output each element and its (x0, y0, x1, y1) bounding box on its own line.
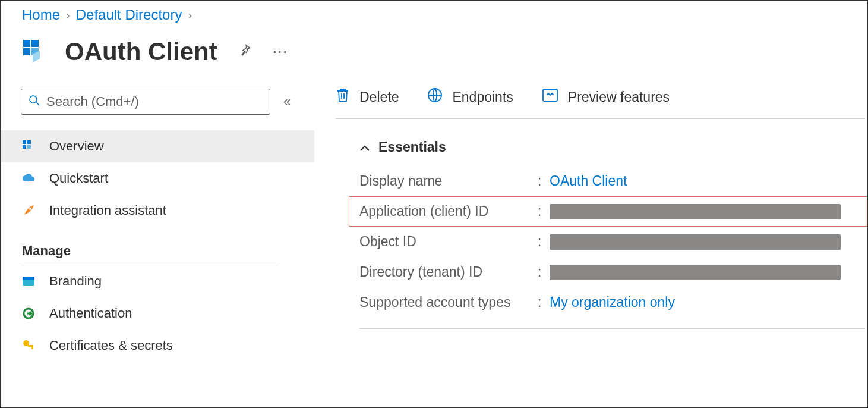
sidebar-section-manage: Manage (21, 227, 279, 265)
svg-rect-0 (23, 40, 30, 47)
object-id-value-redacted[interactable] (550, 234, 841, 250)
row-supported-account-types: Supported account types : My organizatio… (359, 287, 867, 318)
search-icon (29, 95, 40, 109)
display-name-value[interactable]: OAuth Client (550, 173, 627, 189)
chevron-right-icon: › (188, 8, 192, 22)
page-title: OAuth Client (65, 37, 217, 66)
globe-icon (427, 87, 443, 106)
more-horizontal-icon: ⋯ (272, 43, 288, 61)
tenant-id-value-redacted[interactable] (550, 265, 841, 280)
svg-line-6 (36, 102, 39, 105)
sidebar-item-quickstart[interactable]: Quickstart (1, 162, 314, 194)
sidebar: « Overview Quickstart (1, 77, 314, 362)
search-box[interactable] (21, 89, 270, 115)
row-application-client-id: Application (client) ID : (349, 196, 867, 227)
svg-rect-13 (23, 277, 34, 280)
key-icon (21, 339, 36, 352)
svg-rect-8 (27, 140, 31, 144)
field-label: Application (client) ID (359, 203, 538, 219)
chevron-right-icon: › (66, 8, 70, 22)
pin-button[interactable] (238, 43, 252, 61)
button-label: Delete (359, 89, 399, 105)
branding-icon (21, 276, 36, 287)
svg-rect-17 (31, 347, 33, 349)
button-label: Preview features (568, 89, 670, 105)
sidebar-item-branding[interactable]: Branding (1, 265, 314, 297)
chevron-up-icon (359, 139, 370, 155)
cloud-icon (21, 173, 36, 184)
account-types-value[interactable]: My organization only (550, 294, 675, 310)
authentication-icon (21, 307, 36, 320)
chevron-double-left-icon: « (283, 94, 291, 109)
field-label: Object ID (359, 234, 538, 250)
breadcrumb-home[interactable]: Home (22, 7, 60, 23)
svg-rect-16 (28, 345, 33, 347)
sidebar-item-integration-assistant[interactable]: Integration assistant (1, 194, 314, 227)
trash-icon (336, 87, 350, 106)
svg-rect-9 (23, 145, 26, 149)
essentials-toggle[interactable]: Essentials (359, 139, 867, 155)
field-label: Display name (359, 173, 538, 189)
breadcrumb: Home › Default Directory › (1, 1, 867, 27)
app-registration-icon (22, 37, 50, 66)
page-header: OAuth Client ⋯ (1, 27, 867, 77)
essentials-table: Display name : OAuth Client Application … (359, 166, 867, 318)
main-content: Delete Endpoints Preview features (314, 77, 867, 329)
field-label: Directory (tenant) ID (359, 264, 538, 280)
sidebar-item-label: Quickstart (49, 171, 108, 186)
sidebar-item-label: Branding (49, 274, 102, 289)
essentials-section: Essentials Display name : OAuth Client A… (336, 119, 867, 318)
preview-features-button[interactable]: Preview features (542, 88, 670, 106)
sidebar-item-label: Overview (49, 139, 104, 154)
essentials-header-label: Essentials (378, 139, 446, 155)
svg-rect-7 (23, 140, 26, 144)
more-button[interactable]: ⋯ (272, 43, 288, 61)
rocket-icon (21, 204, 36, 217)
svg-rect-1 (31, 40, 39, 47)
preview-icon (542, 88, 558, 106)
collapse-sidebar-button[interactable]: « (283, 94, 291, 109)
svg-point-11 (29, 208, 31, 210)
button-label: Endpoints (452, 89, 513, 105)
breadcrumb-directory[interactable]: Default Directory (76, 7, 182, 23)
endpoints-button[interactable]: Endpoints (427, 87, 513, 106)
row-object-id: Object ID : (359, 227, 867, 257)
client-id-value-redacted[interactable] (550, 204, 841, 219)
sidebar-item-label: Authentication (49, 306, 132, 321)
pin-icon (238, 43, 252, 61)
row-directory-tenant-id: Directory (tenant) ID : (359, 257, 867, 287)
field-label: Supported account types (359, 294, 538, 310)
toolbar: Delete Endpoints Preview features (336, 87, 865, 119)
sidebar-item-authentication[interactable]: Authentication (1, 297, 314, 329)
search-input[interactable] (46, 94, 263, 109)
divider (359, 328, 865, 329)
sidebar-item-label: Integration assistant (49, 203, 166, 218)
delete-button[interactable]: Delete (336, 87, 399, 106)
svg-point-5 (30, 96, 37, 103)
overview-icon (21, 140, 36, 153)
row-display-name: Display name : OAuth Client (359, 166, 867, 196)
svg-rect-10 (27, 145, 31, 149)
sidebar-item-certificates-secrets[interactable]: Certificates & secrets (1, 329, 314, 362)
svg-rect-2 (23, 48, 30, 55)
sidebar-item-label: Certificates & secrets (49, 338, 173, 353)
sidebar-item-overview[interactable]: Overview (1, 130, 314, 162)
